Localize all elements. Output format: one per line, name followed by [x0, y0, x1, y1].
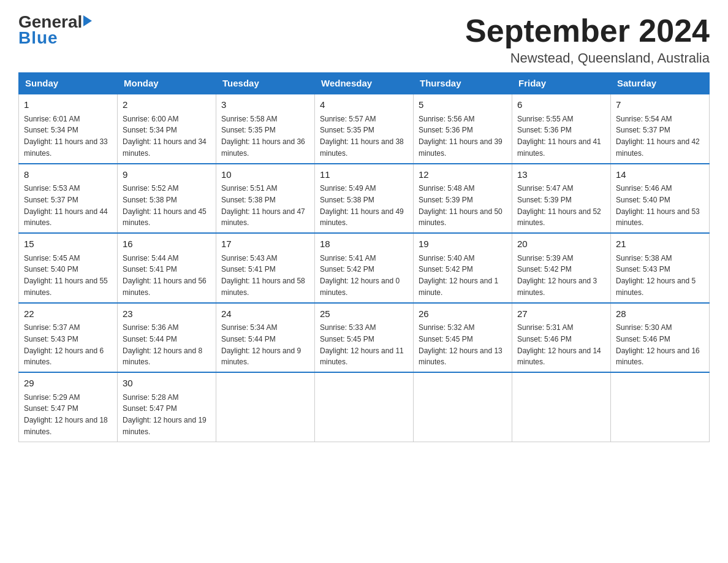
day-cell: 21 Sunrise: 5:38 AMSunset: 5:43 PMDaylig…	[611, 233, 710, 303]
page-header: General Blue September 2024 Newstead, Qu…	[18, 12, 710, 66]
day-number: 2	[123, 98, 211, 112]
day-number: 5	[419, 98, 507, 112]
day-cell: 9 Sunrise: 5:52 AMSunset: 5:38 PMDayligh…	[118, 164, 216, 234]
day-number: 23	[123, 307, 211, 321]
day-cell: 1 Sunrise: 6:01 AMSunset: 5:34 PMDayligh…	[19, 94, 118, 164]
weekday-header-row: Sunday Monday Tuesday Wednesday Thursday…	[19, 73, 710, 94]
day-info: Sunrise: 5:28 AMSunset: 5:47 PMDaylight:…	[123, 393, 207, 436]
day-cell: 10 Sunrise: 5:51 AMSunset: 5:38 PMDaylig…	[216, 164, 315, 234]
day-cell: 15 Sunrise: 5:45 AMSunset: 5:40 PMDaylig…	[19, 233, 118, 303]
header-thursday: Thursday	[414, 73, 512, 94]
logo: General Blue	[18, 12, 92, 48]
day-cell: 14 Sunrise: 5:46 AMSunset: 5:40 PMDaylig…	[611, 164, 710, 234]
day-cell: 13 Sunrise: 5:47 AMSunset: 5:39 PMDaylig…	[512, 164, 611, 234]
logo-blue: Blue	[18, 28, 58, 48]
day-number: 4	[320, 98, 408, 112]
day-number: 27	[517, 307, 605, 321]
day-number: 10	[221, 168, 309, 182]
day-cell: 26 Sunrise: 5:32 AMSunset: 5:45 PMDaylig…	[414, 303, 512, 373]
day-cell: 11 Sunrise: 5:49 AMSunset: 5:38 PMDaylig…	[315, 164, 414, 234]
day-info: Sunrise: 5:32 AMSunset: 5:45 PMDaylight:…	[419, 323, 502, 366]
day-number: 25	[320, 307, 408, 321]
day-cell: 3 Sunrise: 5:58 AMSunset: 5:35 PMDayligh…	[216, 94, 315, 164]
day-number: 3	[221, 98, 309, 112]
title-area: September 2024 Newstead, Queensland, Aus…	[465, 12, 710, 66]
day-number: 24	[221, 307, 309, 321]
day-number: 19	[419, 237, 507, 251]
day-number: 30	[123, 377, 211, 391]
day-number: 1	[24, 98, 112, 112]
header-saturday: Saturday	[611, 73, 710, 94]
day-cell: 4 Sunrise: 5:57 AMSunset: 5:35 PMDayligh…	[315, 94, 414, 164]
day-cell: 24 Sunrise: 5:34 AMSunset: 5:44 PMDaylig…	[216, 303, 315, 373]
day-cell: 7 Sunrise: 5:54 AMSunset: 5:37 PMDayligh…	[611, 94, 710, 164]
day-info: Sunrise: 5:33 AMSunset: 5:45 PMDaylight:…	[320, 323, 404, 366]
day-info: Sunrise: 5:41 AMSunset: 5:42 PMDaylight:…	[320, 254, 400, 297]
day-cell: 18 Sunrise: 5:41 AMSunset: 5:42 PMDaylig…	[315, 233, 414, 303]
day-number: 22	[24, 307, 112, 321]
day-number: 28	[616, 307, 704, 321]
header-wednesday: Wednesday	[315, 73, 414, 94]
day-number: 12	[419, 168, 507, 182]
day-number: 8	[24, 168, 112, 182]
day-info: Sunrise: 5:29 AMSunset: 5:47 PMDaylight:…	[24, 393, 108, 436]
day-cell: 6 Sunrise: 5:55 AMSunset: 5:36 PMDayligh…	[512, 94, 611, 164]
day-cell: 25 Sunrise: 5:33 AMSunset: 5:45 PMDaylig…	[315, 303, 414, 373]
header-friday: Friday	[512, 73, 611, 94]
day-info: Sunrise: 5:55 AMSunset: 5:36 PMDaylight:…	[517, 115, 601, 158]
day-cell: 5 Sunrise: 5:56 AMSunset: 5:36 PMDayligh…	[414, 94, 512, 164]
day-number: 11	[320, 168, 408, 182]
day-info: Sunrise: 5:52 AMSunset: 5:38 PMDaylight:…	[123, 184, 207, 227]
day-info: Sunrise: 5:54 AMSunset: 5:37 PMDaylight:…	[616, 115, 700, 158]
day-cell: 8 Sunrise: 5:53 AMSunset: 5:37 PMDayligh…	[19, 164, 118, 234]
day-cell: 2 Sunrise: 6:00 AMSunset: 5:34 PMDayligh…	[118, 94, 216, 164]
week-row-4: 22 Sunrise: 5:37 AMSunset: 5:43 PMDaylig…	[19, 303, 710, 373]
day-info: Sunrise: 5:34 AMSunset: 5:44 PMDaylight:…	[221, 323, 301, 366]
day-cell: 16 Sunrise: 5:44 AMSunset: 5:41 PMDaylig…	[118, 233, 216, 303]
day-cell: 30 Sunrise: 5:28 AMSunset: 5:47 PMDaylig…	[118, 372, 216, 442]
day-info: Sunrise: 5:49 AMSunset: 5:38 PMDaylight:…	[320, 184, 404, 227]
day-number: 29	[24, 377, 112, 391]
header-monday: Monday	[118, 73, 216, 94]
day-number: 17	[221, 237, 309, 251]
week-row-3: 15 Sunrise: 5:45 AMSunset: 5:40 PMDaylig…	[19, 233, 710, 303]
day-number: 26	[419, 307, 507, 321]
day-number: 16	[123, 237, 211, 251]
day-number: 13	[517, 168, 605, 182]
day-cell	[611, 372, 710, 442]
day-info: Sunrise: 5:40 AMSunset: 5:42 PMDaylight:…	[419, 254, 498, 297]
day-number: 14	[616, 168, 704, 182]
day-info: Sunrise: 5:53 AMSunset: 5:37 PMDaylight:…	[24, 184, 108, 227]
day-info: Sunrise: 5:46 AMSunset: 5:40 PMDaylight:…	[616, 184, 700, 227]
logo-triangle-icon	[83, 15, 92, 26]
day-info: Sunrise: 5:31 AMSunset: 5:46 PMDaylight:…	[517, 323, 601, 366]
day-cell: 28 Sunrise: 5:30 AMSunset: 5:46 PMDaylig…	[611, 303, 710, 373]
day-cell: 23 Sunrise: 5:36 AMSunset: 5:44 PMDaylig…	[118, 303, 216, 373]
header-tuesday: Tuesday	[216, 73, 315, 94]
day-info: Sunrise: 5:39 AMSunset: 5:42 PMDaylight:…	[517, 254, 597, 297]
day-info: Sunrise: 5:51 AMSunset: 5:38 PMDaylight:…	[221, 184, 305, 227]
week-row-5: 29 Sunrise: 5:29 AMSunset: 5:47 PMDaylig…	[19, 372, 710, 442]
day-cell	[216, 372, 315, 442]
day-cell: 17 Sunrise: 5:43 AMSunset: 5:41 PMDaylig…	[216, 233, 315, 303]
day-cell	[512, 372, 611, 442]
day-info: Sunrise: 5:37 AMSunset: 5:43 PMDaylight:…	[24, 323, 104, 366]
day-info: Sunrise: 5:47 AMSunset: 5:39 PMDaylight:…	[517, 184, 601, 227]
day-number: 7	[616, 98, 704, 112]
day-number: 21	[616, 237, 704, 251]
day-cell: 29 Sunrise: 5:29 AMSunset: 5:47 PMDaylig…	[19, 372, 118, 442]
header-sunday: Sunday	[19, 73, 118, 94]
day-info: Sunrise: 5:38 AMSunset: 5:43 PMDaylight:…	[616, 254, 696, 297]
day-cell: 19 Sunrise: 5:40 AMSunset: 5:42 PMDaylig…	[414, 233, 512, 303]
day-cell	[315, 372, 414, 442]
day-info: Sunrise: 6:01 AMSunset: 5:34 PMDaylight:…	[24, 115, 108, 158]
day-info: Sunrise: 5:58 AMSunset: 5:35 PMDaylight:…	[221, 115, 305, 158]
calendar-table: Sunday Monday Tuesday Wednesday Thursday…	[18, 72, 710, 442]
day-info: Sunrise: 5:30 AMSunset: 5:46 PMDaylight:…	[616, 323, 700, 366]
calendar-title: September 2024	[465, 12, 710, 49]
day-cell: 12 Sunrise: 5:48 AMSunset: 5:39 PMDaylig…	[414, 164, 512, 234]
day-number: 15	[24, 237, 112, 251]
day-info: Sunrise: 5:43 AMSunset: 5:41 PMDaylight:…	[221, 254, 305, 297]
day-cell: 20 Sunrise: 5:39 AMSunset: 5:42 PMDaylig…	[512, 233, 611, 303]
day-cell: 22 Sunrise: 5:37 AMSunset: 5:43 PMDaylig…	[19, 303, 118, 373]
